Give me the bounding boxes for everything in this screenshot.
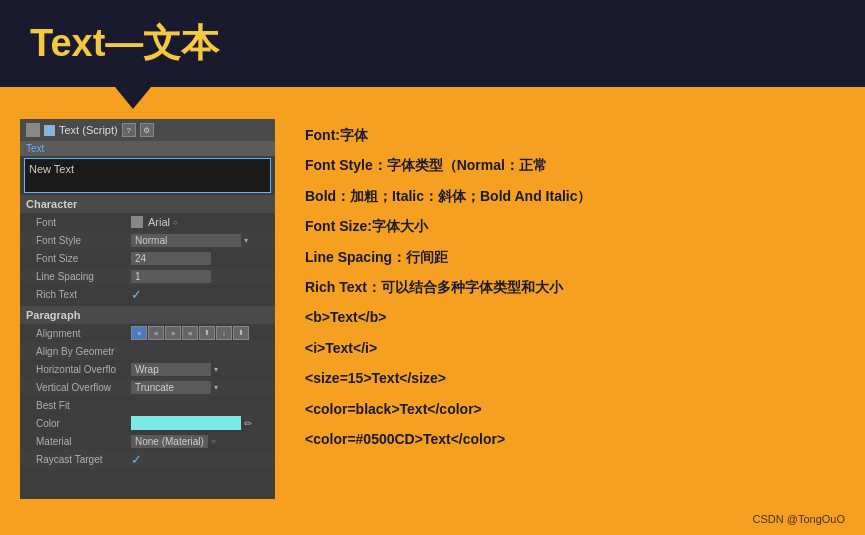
align-by-geometry-input [131,350,211,352]
desc-b-tag: <b>Text</b> [305,306,835,328]
horizontal-overflow-row: Horizontal Overflo Wrap ▾ [20,360,275,378]
vertical-overflow-row: Vertical Overflow Truncate ▾ [20,378,275,396]
vertical-overflow-arrow-icon: ▾ [214,383,218,392]
script-icon [26,123,40,137]
vertical-overflow-value: Truncate ▾ [131,381,269,394]
font-style-label: Font Style [36,235,131,246]
material-dropdown[interactable]: None (Material) [131,435,208,448]
font-style-value: Normal ▾ [131,234,269,247]
color-value: ✏ [131,416,269,430]
material-value: None (Material) ○ [131,435,269,448]
rich-text-label: Rich Text [36,289,131,300]
text-input-area[interactable]: New Text [24,158,271,193]
align-by-geometry-label: Align By Geometr [36,346,131,357]
best-fit-input [131,404,211,406]
color-picker[interactable] [131,416,241,430]
desc-line-spacing: Line Spacing：行间距 [305,246,835,268]
horizontal-overflow-label: Horizontal Overflo [36,364,131,375]
inspector-header: Text (Script) ? ⚙ [20,119,275,141]
line-spacing-label: Line Spacing [36,271,131,282]
inspector-panel: Text (Script) ? ⚙ Text New Text Characte… [20,119,275,499]
alignment-label: Alignment [36,328,131,339]
desc-color-tag-text: <color=black>Text</color> [305,401,482,417]
material-label: Material [36,436,131,447]
font-size-input[interactable]: 24 [131,252,211,265]
desc-i-tag-text: <i>Text</i> [305,340,377,356]
main-content: Text (Script) ? ⚙ Text New Text Characte… [0,109,865,509]
horizontal-overflow-value: Wrap ▾ [131,363,269,376]
line-spacing-value: 1 [131,270,269,283]
desc-font-text: Font:字体 [305,127,368,143]
desc-font: Font:字体 [305,124,835,146]
raycast-target-row: Raycast Target ✓ [20,450,275,469]
component-enabled-checkbox[interactable] [44,125,55,136]
text-field-label: Text [20,141,275,156]
desc-color-tag: <color=black>Text</color> [305,398,835,420]
raycast-target-checkbox[interactable]: ✓ [131,452,142,467]
horizontal-overflow-dropdown[interactable]: Wrap [131,363,211,376]
material-arrow-icon: ○ [211,437,216,446]
desc-font-size-text: Font Size:字体大小 [305,218,428,234]
font-label: Font [36,217,131,228]
color-edit-icon[interactable]: ✏ [244,418,252,429]
font-style-arrow-icon: ▾ [244,236,248,245]
desc-line-spacing-text: Line Spacing：行间距 [305,249,448,265]
font-property-row: Font Arial ○ [20,213,275,231]
color-row: Color ✏ [20,414,275,432]
inspector-settings-button[interactable]: ⚙ [140,123,154,137]
desc-font-style-text: Font Style：字体类型（Normal：正常 [305,157,547,173]
alignment-buttons: ≡ ≡ ≡ ≡ ⬆ ↕ ⬇ [131,326,249,340]
descriptions-panel: Font:字体 Font Style：字体类型（Normal：正常 Bold：加… [295,119,845,499]
align-left-button[interactable]: ≡ [131,326,147,340]
inspector-help-button[interactable]: ? [122,123,136,137]
font-dropdown-icon[interactable]: ○ [173,218,178,227]
rich-text-property-row: Rich Text ✓ [20,285,275,304]
line-spacing-property-row: Line Spacing 1 [20,267,275,285]
alignment-property-row: Alignment ≡ ≡ ≡ ≡ ⬆ ↕ ⬇ [20,324,275,342]
line-spacing-input[interactable]: 1 [131,270,211,283]
font-size-label: Font Size [36,253,131,264]
desc-i-tag: <i>Text</i> [305,337,835,359]
font-style-dropdown[interactable]: Normal [131,234,241,247]
paragraph-section-header: Paragraph [20,306,275,324]
raycast-target-value: ✓ [131,452,269,467]
desc-font-style: Font Style：字体类型（Normal：正常 [305,154,835,176]
rich-text-checkbox[interactable]: ✓ [131,287,142,302]
font-value-text: Arial [148,216,170,228]
desc-color-hex-tag-text: <color=#0500CD>Text</color> [305,431,505,447]
material-row: Material None (Material) ○ [20,432,275,450]
color-label: Color [36,418,131,429]
inspector-header-buttons: ? ⚙ [122,123,154,137]
arrow-down-icon [115,87,151,109]
align-right-button[interactable]: ≡ [165,326,181,340]
align-top-button[interactable]: ⬆ [199,326,215,340]
desc-size-tag-text: <size=15>Text</size> [305,370,446,386]
best-fit-value [131,404,269,406]
character-section-header: Character [20,195,275,213]
best-fit-label: Best Fit [36,400,131,411]
desc-rich-text: Rich Text：可以结合多种字体类型和大小 [305,276,835,298]
align-bottom-button[interactable]: ⬇ [233,326,249,340]
page-title: Text—文本 [30,18,219,69]
font-style-property-row: Font Style Normal ▾ [20,231,275,249]
vertical-overflow-dropdown[interactable]: Truncate [131,381,211,394]
arrow-container [0,87,865,109]
best-fit-row: Best Fit [20,396,275,414]
desc-font-size: Font Size:字体大小 [305,215,835,237]
component-checkbox: Text (Script) [26,123,118,137]
desc-bold-italic: Bold：加粗；Italic：斜体；Bold And Italic） [305,185,835,207]
align-justify-button[interactable]: ≡ [182,326,198,340]
align-center-button[interactable]: ≡ [148,326,164,340]
font-value: Arial ○ [131,216,269,228]
desc-color-hex-tag: <color=#0500CD>Text</color> [305,428,835,450]
inspector-title: Text (Script) [59,124,118,136]
raycast-target-label: Raycast Target [36,454,131,465]
desc-rich-text-text: Rich Text：可以结合多种字体类型和大小 [305,279,563,295]
font-asset-icon [131,216,143,228]
desc-bold-italic-text: Bold：加粗；Italic：斜体；Bold And Italic） [305,188,592,204]
attribution-text: CSDN @TongOuO [753,513,845,525]
align-middle-button[interactable]: ↕ [216,326,232,340]
rich-text-value: ✓ [131,287,269,302]
horizontal-overflow-arrow-icon: ▾ [214,365,218,374]
align-by-geometry-value [131,350,269,352]
